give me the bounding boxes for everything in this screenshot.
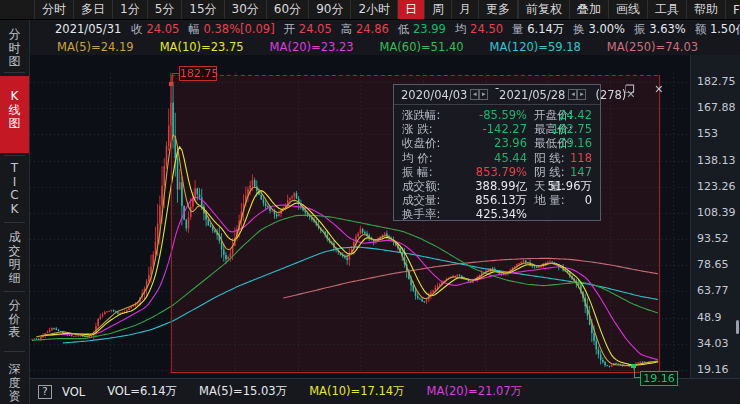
- sidebar-item-2[interactable]: TICK: [0, 162, 29, 220]
- quote-field-9: 额 1.50亿: [695, 22, 740, 37]
- stat-value: 24.42: [514, 108, 592, 122]
- quote-field-value: 24.86: [356, 22, 389, 36]
- sidebar-divider: [4, 351, 25, 352]
- quote-field-label: 高: [341, 22, 356, 36]
- quote-field-value: 24.05: [299, 22, 332, 36]
- range-start-date: 2020/04/03: [401, 88, 467, 102]
- sidebar-item-4[interactable]: 分价表: [0, 299, 29, 349]
- toolbar-tool-4[interactable]: 帮助: [686, 0, 725, 19]
- stats-row-3: 均 价:45.44阳 线:118: [394, 151, 600, 165]
- volume-pane-label[interactable]: VOL: [62, 385, 85, 399]
- sidebar-item-1[interactable]: K线图: [0, 76, 29, 153]
- stat-label: 成交额:: [402, 179, 440, 194]
- quote-field-3: 高 24.86: [341, 22, 389, 37]
- sidebar-item-0[interactable]: 分时图: [0, 28, 29, 70]
- range-start-prev-button[interactable]: ◂: [470, 89, 479, 100]
- stats-panel-header: 2020/04/03 ◂▸ - 2021/05/28 ◂▸ (278) ✕: [394, 85, 600, 105]
- quote-field-label: 幅: [188, 22, 203, 36]
- stats-row-2: 收盘价:23.96最低价:19.16: [394, 136, 600, 150]
- stats-row-1: 涨 跌:-142.27最高价:182.75: [394, 122, 600, 136]
- toolbar-tool-1[interactable]: 叠加: [569, 0, 608, 19]
- quote-field-label: 量: [512, 22, 527, 36]
- high-marker-dot: [169, 82, 173, 86]
- stats-row-5: 成交额:388.99亿天 量:51.96万: [394, 179, 600, 193]
- quote-field-value: 6.14万: [527, 22, 564, 36]
- volume-pane-bar: ? VOL VOL=6.14万MA(5)=15.03万MA(10)=17.14万…: [30, 378, 740, 404]
- toolbar-tool-3[interactable]: 工具: [647, 0, 686, 19]
- stat-value: 51.96万: [514, 179, 592, 194]
- quote-field-7: 换 3.00%: [573, 22, 625, 37]
- stat-value: 147: [514, 165, 592, 179]
- quote-field-value: 1.50亿: [710, 22, 740, 36]
- sidebar-item-3[interactable]: 成交明细: [0, 231, 29, 289]
- toolbar-item-1[interactable]: 多日: [73, 0, 112, 19]
- toolbar-item-7[interactable]: 90分: [308, 0, 350, 19]
- toolbar-item-5[interactable]: 30分: [224, 0, 266, 19]
- sidebar-item-5[interactable]: 深度资金: [0, 363, 29, 404]
- stat-label: 涨 跌:: [402, 122, 433, 137]
- period-toolbar: 分时多日1分5分15分30分60分90分2小时日周月更多 前复权叠加画线工具帮助…: [0, 0, 740, 20]
- quote-field-8: 振 3.63%: [634, 22, 686, 37]
- stat-label: 均 价:: [402, 151, 433, 166]
- vol-value-0: VOL=6.14万: [107, 384, 177, 399]
- toolbar-item-0[interactable]: 分时: [34, 0, 73, 19]
- stat-value: 118: [514, 151, 592, 165]
- toolbar-tool-0[interactable]: 前复权: [518, 0, 569, 19]
- quote-field-2: 开 24.05: [284, 22, 332, 37]
- vol-value-2: MA(10)=17.14万: [309, 384, 404, 399]
- quote-field-value: 3.63%: [649, 22, 686, 36]
- toolbar-item-11[interactable]: 月: [451, 0, 478, 19]
- range-end-prev-button[interactable]: ◂: [568, 89, 577, 100]
- quote-field-label: 开: [284, 22, 299, 36]
- axis-scroll-thumb[interactable]: [736, 320, 739, 334]
- toolbar-item-6[interactable]: 60分: [266, 0, 308, 19]
- quote-field-6: 量 6.14万: [512, 22, 564, 37]
- price-axis: 182.75167.88153138.13123.26108.3993.5278…: [690, 55, 740, 378]
- range-end-next-button[interactable]: ▸: [577, 89, 586, 100]
- toolbar-tool-5[interactable]: F9: [725, 0, 740, 19]
- help-icon[interactable]: ?: [38, 385, 52, 399]
- quote-bar: 2021/05/31 收 24.05幅 0.38%[0.09]开 24.05高 …: [30, 20, 740, 38]
- axis-tick-7: 78.65: [697, 258, 729, 271]
- quote-field-value: 0.38%[0.09]: [204, 22, 275, 36]
- range-start-next-button[interactable]: ▸: [479, 89, 488, 100]
- stat-label: 收盘价:: [402, 136, 440, 151]
- toolbar-item-3[interactable]: 5分: [147, 0, 182, 19]
- axis-tick-8: 63.77: [697, 284, 729, 297]
- axis-tick-0: 182.75: [697, 75, 736, 88]
- quote-field-value: 24.50: [470, 22, 503, 36]
- stat-value: 0: [514, 193, 592, 207]
- toolbar-item-8[interactable]: 2小时: [350, 0, 397, 19]
- quote-field-value: 23.99: [413, 22, 446, 36]
- toolbar-item-9[interactable]: 日: [397, 0, 424, 19]
- toolbar-tool-2[interactable]: 画线: [608, 0, 647, 19]
- axis-tick-4: 123.26: [697, 180, 736, 193]
- axis-tick-11: 19.16: [697, 363, 729, 376]
- toolbar-item-4[interactable]: 15分: [181, 0, 223, 19]
- quote-date: 2021/05/31: [55, 22, 121, 36]
- period-buttons-group: 分时多日1分5分15分30分60分90分2小时日周月更多: [34, 0, 518, 19]
- toolbar-item-2[interactable]: 1分: [112, 0, 147, 19]
- stats-row-4: 振 幅:853.79%阴 线:147: [394, 165, 600, 179]
- axis-tick-9: 48.9: [697, 311, 722, 324]
- quote-field-label: 换: [573, 22, 588, 36]
- toolbar-item-12[interactable]: 更多: [478, 0, 518, 19]
- chart-window-controls[interactable]: ❐ ✕: [625, 83, 672, 96]
- toolbar-item-10[interactable]: 周: [424, 0, 451, 19]
- sidebar-divider: [4, 291, 25, 292]
- volume-values: VOL=6.14万MA(5)=15.03万MA(10)=17.14万MA(20)…: [85, 384, 522, 399]
- stat-value: 425.34%: [449, 207, 527, 221]
- kline-chart-area: 182.75 19.16 ❐ ✕ 2020/04/03 ◂▸ - 2021/05…: [30, 55, 690, 378]
- quote-field-4: 低 23.99: [398, 22, 446, 37]
- range-start-steppers: ◂▸: [470, 89, 488, 100]
- stat-label: 换手率:: [402, 207, 440, 222]
- range-end-steppers: ◂▸: [568, 89, 586, 100]
- ma-value-2: MA(20)=23.23: [270, 40, 354, 54]
- quote-field-label: 振: [634, 22, 649, 36]
- tools-buttons-group: 前复权叠加画线工具帮助F9隐藏->: [518, 0, 740, 19]
- axis-tick-3: 138.13: [697, 154, 736, 167]
- stat-label: 成交量:: [402, 193, 440, 208]
- ma-value-5: MA(250)=74.03: [607, 40, 698, 54]
- axis-tick-2: 153: [697, 127, 718, 140]
- quote-field-1: 幅 0.38%[0.09]: [188, 22, 274, 37]
